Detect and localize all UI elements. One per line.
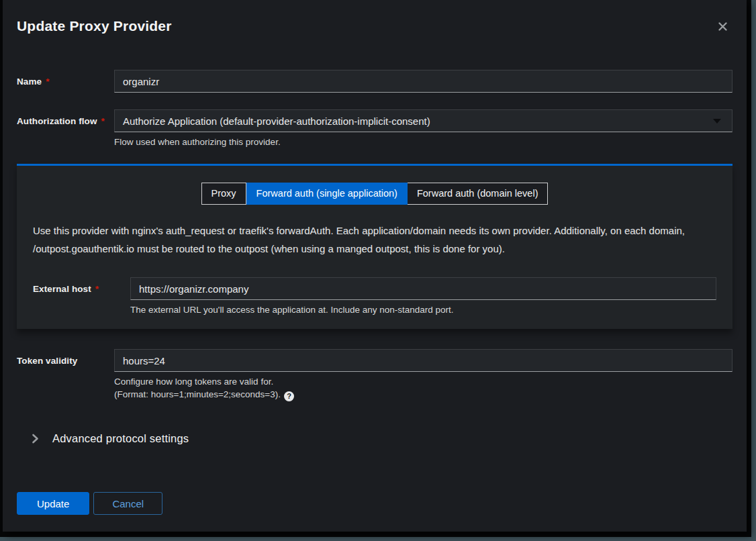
tab-proxy[interactable]: Proxy xyxy=(201,183,246,205)
authorization-flow-row: Authorization flow* Authorize Applicatio… xyxy=(17,109,733,148)
update-proxy-provider-modal: Update Proxy Provider Name* Authorizatio… xyxy=(3,0,747,532)
tab-forward-auth-single-application[interactable]: Forward auth (single application) xyxy=(246,183,408,205)
cancel-button[interactable]: Cancel xyxy=(93,492,162,515)
help-icon[interactable]: ? xyxy=(284,391,294,401)
mode-description: Use this provider with nginx's auth_requ… xyxy=(33,222,716,258)
required-asterisk: * xyxy=(95,284,99,294)
proxy-mode-toggle-group: Proxy Forward auth (single application) … xyxy=(33,183,716,205)
dropdown-caret-icon xyxy=(713,119,721,124)
advanced-protocol-settings-expander[interactable]: Advanced protocol settings xyxy=(32,432,189,445)
authorization-flow-help: Flow used when authorizing this provider… xyxy=(114,137,733,148)
token-validity-input[interactable] xyxy=(114,349,733,372)
external-host-row: External host* The external URL you'll a… xyxy=(33,277,716,315)
name-field-row: Name* xyxy=(17,70,733,93)
token-validity-label: Token validity xyxy=(17,349,114,366)
token-validity-help-line1: Configure how long tokens are valid for. xyxy=(114,377,733,387)
external-host-input[interactable] xyxy=(130,277,716,300)
authorization-flow-select[interactable]: Authorize Application (default-provider-… xyxy=(114,109,733,132)
authorization-flow-label-text: Authorization flow xyxy=(17,116,97,126)
token-validity-format-text: (Format: hours=1;minutes=2;seconds=3). xyxy=(114,389,281,399)
name-label: Name* xyxy=(17,70,114,87)
page-background-bottom xyxy=(0,537,756,541)
authorization-flow-label: Authorization flow* xyxy=(17,109,114,126)
page-title: Update Proxy Provider xyxy=(17,17,733,35)
update-button[interactable]: Update xyxy=(17,492,89,515)
token-validity-label-text: Token validity xyxy=(17,356,77,366)
external-host-label-text: External host xyxy=(33,284,91,294)
required-asterisk: * xyxy=(101,116,105,126)
modal-footer: Update Cancel xyxy=(17,492,733,515)
page-background-right xyxy=(751,0,756,541)
authorization-flow-selected-value: Authorize Application (default-provider-… xyxy=(123,115,430,127)
close-icon[interactable] xyxy=(715,19,730,34)
required-asterisk: * xyxy=(46,77,49,87)
name-label-text: Name xyxy=(17,77,42,87)
external-host-label: External host* xyxy=(33,277,130,294)
chevron-right-icon xyxy=(32,433,39,444)
advanced-protocol-settings-label: Advanced protocol settings xyxy=(52,432,189,445)
tab-forward-auth-domain-level[interactable]: Forward auth (domain level) xyxy=(408,183,549,205)
external-host-help: The external URL you'll access the appli… xyxy=(130,305,716,315)
token-validity-help-line2: (Format: hours=1;minutes=2;seconds=3).? xyxy=(114,389,733,401)
token-validity-row: Token validity Configure how long tokens… xyxy=(17,349,733,401)
proxy-mode-card: Proxy Forward auth (single application) … xyxy=(17,164,733,329)
name-input[interactable] xyxy=(114,70,733,93)
